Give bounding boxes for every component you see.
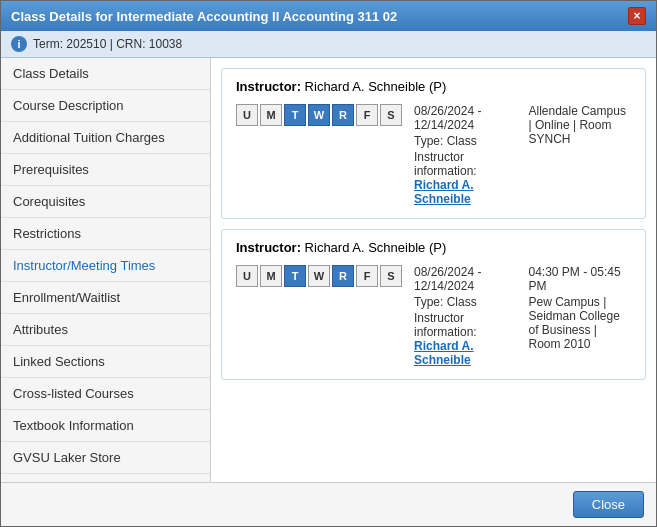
sidebar: Class DetailsCourse DescriptionAdditiona… xyxy=(1,58,211,482)
body: Class DetailsCourse DescriptionAdditiona… xyxy=(1,58,656,482)
info-icon: i xyxy=(11,36,27,52)
instr-info2-0: Instructor information: Richard A. Schne… xyxy=(414,150,517,206)
title-bar: Class Details for Intermediate Accountin… xyxy=(1,1,656,31)
sidebar-item-enrollment-waitlist[interactable]: Enrollment/Waitlist xyxy=(1,282,210,314)
section-card-1: Instructor: Richard A. Schneible (P)UMTW… xyxy=(221,229,646,380)
day-box-M-1: M xyxy=(260,265,282,287)
sidebar-item-course-description[interactable]: Course Description xyxy=(1,90,210,122)
sidebar-item-instructor-meeting-times[interactable]: Instructor/Meeting Times xyxy=(1,250,210,282)
sidebar-item-cross-listed-courses[interactable]: Cross-listed Courses xyxy=(1,378,210,410)
sidebar-item-attributes[interactable]: Attributes xyxy=(1,314,210,346)
sidebar-item-gvsu-laker-store[interactable]: GVSU Laker Store xyxy=(1,442,210,474)
days-row-1: UMTWRFS xyxy=(236,265,402,287)
layout-1: UMTWRFS08/26/2024 - 12/14/2024Type: Clas… xyxy=(236,265,631,369)
time2-1: 04:30 PM - 05:45 PM xyxy=(529,265,632,293)
day-box-S-1: S xyxy=(380,265,402,287)
sidebar-item-textbook-information[interactable]: Textbook Information xyxy=(1,410,210,442)
days-row-0: UMTWRFS xyxy=(236,104,402,126)
footer: Close xyxy=(1,482,656,526)
close-button[interactable]: Close xyxy=(573,491,644,518)
details-col-1: 08/26/2024 - 12/14/2024Type: ClassInstru… xyxy=(414,265,517,369)
instructor-link2-1[interactable]: Richard A. Schneible xyxy=(414,339,474,367)
day-box-R-1: R xyxy=(332,265,354,287)
days-col-1: UMTWRFS xyxy=(236,265,402,369)
loc-1: Pew Campus | Seidman College of Business… xyxy=(529,295,632,351)
instructor-link2-0[interactable]: Richard A. Schneible xyxy=(414,178,474,206)
day-box-W-0: W xyxy=(308,104,330,126)
day-box-U-0: U xyxy=(236,104,258,126)
sidebar-item-prerequisites[interactable]: Prerequisites xyxy=(1,154,210,186)
days-col-0: UMTWRFS xyxy=(236,104,402,208)
term-crn-label: Term: 202510 | CRN: 10038 xyxy=(33,37,182,51)
day-box-T-0: T xyxy=(284,104,306,126)
day-box-W-1: W xyxy=(308,265,330,287)
section-card-0: Instructor: Richard A. Schneible (P)UMTW… xyxy=(221,68,646,219)
info-bar: i Term: 202510 | CRN: 10038 xyxy=(1,31,656,58)
sidebar-item-corequisites[interactable]: Corequisites xyxy=(1,186,210,218)
dialog: Class Details for Intermediate Accountin… xyxy=(0,0,657,527)
date-range2-0: 08/26/2024 - 12/14/2024 xyxy=(414,104,517,132)
details-col-0: 08/26/2024 - 12/14/2024Type: ClassInstru… xyxy=(414,104,517,208)
sidebar-item-restrictions[interactable]: Restrictions xyxy=(1,218,210,250)
day-box-R-0: R xyxy=(332,104,354,126)
day-box-M-0: M xyxy=(260,104,282,126)
day-box-F-0: F xyxy=(356,104,378,126)
right-col-1: 04:30 PM - 05:45 PMPew Campus | Seidman … xyxy=(529,265,632,369)
dialog-title: Class Details for Intermediate Accountin… xyxy=(11,9,397,24)
main-content: Instructor: Richard A. Schneible (P)UMTW… xyxy=(211,58,656,482)
instr-info2-1: Instructor information: Richard A. Schne… xyxy=(414,311,517,367)
close-icon[interactable]: × xyxy=(628,7,646,25)
type2-1: Type: Class xyxy=(414,295,517,309)
right-col-0: Allendale Campus | Online | Room SYNCH xyxy=(529,104,632,208)
instructor-line-0: Instructor: Richard A. Schneible (P) xyxy=(236,79,631,94)
instructor-line-1: Instructor: Richard A. Schneible (P) xyxy=(236,240,631,255)
day-box-U-1: U xyxy=(236,265,258,287)
sidebar-item-class-details[interactable]: Class Details xyxy=(1,58,210,90)
day-box-T-1: T xyxy=(284,265,306,287)
day-box-S-0: S xyxy=(380,104,402,126)
sidebar-item-linked-sections[interactable]: Linked Sections xyxy=(1,346,210,378)
loc-0: Allendale Campus | Online | Room SYNCH xyxy=(529,104,632,146)
date-range2-1: 08/26/2024 - 12/14/2024 xyxy=(414,265,517,293)
layout-0: UMTWRFS08/26/2024 - 12/14/2024Type: Clas… xyxy=(236,104,631,208)
day-box-F-1: F xyxy=(356,265,378,287)
type2-0: Type: Class xyxy=(414,134,517,148)
sidebar-item-additional-tuition-charges[interactable]: Additional Tuition Charges xyxy=(1,122,210,154)
